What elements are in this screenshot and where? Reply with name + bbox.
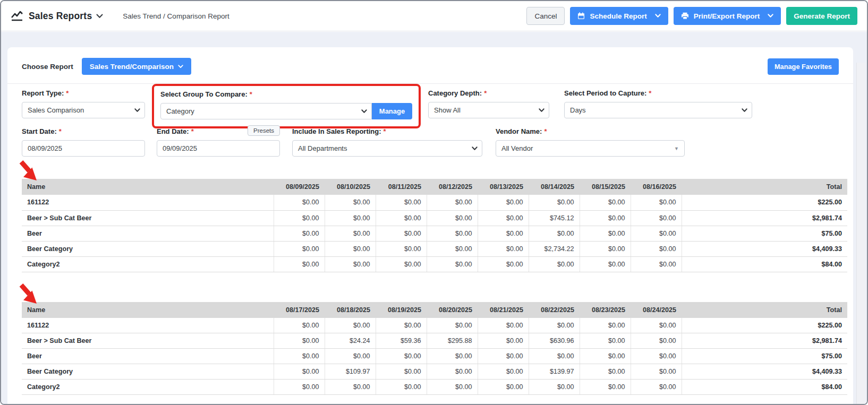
table-row: 161122$0.00$0.00$0.00$0.00$0.00$0.00$0.0…: [22, 318, 847, 333]
value-cell: $0.00: [478, 241, 529, 256]
period-select[interactable]: Days: [564, 102, 752, 118]
chevron-down-icon: [742, 108, 747, 113]
column-header-date: 08/20/2025: [427, 302, 478, 318]
print-export-report-button[interactable]: Print/Export Report: [674, 7, 781, 25]
app-window: Sales Reports Sales Trend / Comparison R…: [0, 0, 868, 405]
group-compare-label: Select Group To Compare:*: [160, 90, 412, 98]
report-picker-button[interactable]: Sales Trend/Comparison: [82, 58, 191, 75]
chevron-down-icon[interactable]: [655, 14, 661, 18]
manage-favorites-button[interactable]: Manage Favorites: [768, 58, 839, 75]
value-cell: $0.00: [580, 333, 631, 349]
value-cell: $0.00: [631, 349, 682, 364]
start-date-input[interactable]: 08/09/2025: [22, 140, 145, 157]
value-cell: $0.00: [274, 318, 325, 333]
value-cell: $0.00: [325, 349, 376, 364]
value-cell: $0.00: [478, 333, 529, 349]
period-label: Select Period to Capture:*: [564, 89, 752, 97]
value-cell: $0.00: [631, 195, 682, 210]
generate-report-button[interactable]: Generate Report: [786, 7, 857, 25]
value-cell: $59.36: [376, 333, 427, 349]
row-name-cell: Beer: [22, 226, 274, 241]
value-cell: $0.00: [478, 380, 529, 395]
value-cell: $0.00: [325, 210, 376, 226]
choose-report-label: Choose Report: [22, 63, 73, 71]
start-date-label: Start Date:*: [22, 127, 145, 135]
total-cell: $225.00: [682, 195, 847, 210]
table-row: Category2$0.00$0.00$0.00$0.00$0.00$0.00$…: [22, 256, 847, 272]
value-cell: $0.00: [274, 210, 325, 226]
total-cell: $4,409.33: [682, 241, 847, 256]
total-cell: $225.00: [682, 318, 847, 333]
table-row: Beer Category$0.00$109.97$0.00$0.00$0.00…: [22, 364, 847, 380]
printer-icon: [681, 12, 689, 20]
presets-button[interactable]: Presets: [248, 125, 280, 136]
column-header-date: 08/10/2025: [325, 179, 376, 195]
page-title: Sales Reports: [29, 11, 92, 22]
value-cell: $0.00: [580, 349, 631, 364]
total-cell: $2,981.74: [682, 333, 847, 349]
total-cell: $2,981.74: [682, 210, 847, 226]
end-date-input[interactable]: 09/09/2025: [157, 140, 280, 157]
row-name-cell: 161122: [22, 318, 274, 333]
report-card: Choose Report Sales Trend/Comparison Man…: [7, 47, 853, 405]
schedule-report-button[interactable]: Schedule Report: [570, 7, 668, 25]
value-cell: $0.00: [325, 318, 376, 333]
value-cell: $0.00: [274, 364, 325, 380]
value-cell: $139.97: [529, 364, 580, 380]
value-cell: $0.00: [427, 256, 478, 272]
value-cell: $0.00: [427, 380, 478, 395]
value-cell: $0.00: [274, 241, 325, 256]
report-tables: Name08/09/202508/10/202508/11/202508/12/…: [15, 179, 845, 395]
vendor-label: Vendor Name:*: [496, 127, 685, 135]
vendor-select[interactable]: All Vendor ▼: [496, 140, 685, 157]
chevron-down-icon: [134, 108, 140, 113]
group-compare-select[interactable]: Category: [160, 103, 372, 119]
total-cell: $4,409.33: [682, 364, 847, 380]
include-sales-label: Include In Sales Reporting:*: [292, 127, 482, 135]
column-header-date: 08/16/2025: [631, 179, 682, 195]
report-type-label: Report Type:*: [22, 89, 145, 97]
chevron-down-icon[interactable]: [96, 14, 103, 19]
value-cell: $0.00: [376, 364, 427, 380]
value-cell: $0.00: [529, 349, 580, 364]
value-cell: $0.00: [478, 210, 529, 226]
manage-button[interactable]: Manage: [372, 103, 412, 119]
table-row: Beer$0.00$0.00$0.00$0.00$0.00$0.00$0.00$…: [22, 226, 847, 241]
cancel-button[interactable]: Cancel: [526, 7, 565, 25]
calendar-icon: [577, 12, 585, 20]
dropdown-triangle-icon: ▼: [674, 146, 679, 151]
value-cell: $745.12: [529, 210, 580, 226]
row-name-cell: 161122: [22, 195, 274, 210]
report-table-2: Name08/17/202508/18/202508/19/202508/20/…: [22, 302, 847, 395]
value-cell: $0.00: [631, 210, 682, 226]
value-cell: $0.00: [325, 226, 376, 241]
group-compare-group: Category Manage: [160, 103, 412, 119]
include-sales-select[interactable]: All Departments: [292, 140, 482, 157]
value-cell: $0.00: [580, 226, 631, 241]
include-sales-field: Include In Sales Reporting:* All Departm…: [292, 127, 482, 157]
value-cell: $0.00: [580, 380, 631, 395]
value-cell: $0.00: [478, 364, 529, 380]
report-type-select[interactable]: Sales Comparison: [22, 102, 145, 118]
table-row: Category2$0.00$0.00$0.00$0.00$0.00$0.00$…: [22, 380, 847, 395]
page-scrollbar[interactable]: [856, 63, 865, 404]
table-row: Beer$0.00$0.00$0.00$0.00$0.00$0.00$0.00$…: [22, 349, 847, 364]
value-cell: $24.24: [325, 333, 376, 349]
table-row: 161122$0.00$0.00$0.00$0.00$0.00$0.00$0.0…: [22, 195, 847, 210]
category-depth-select[interactable]: Show All: [428, 102, 549, 118]
value-cell: $0.00: [580, 241, 631, 256]
value-cell: $2,734.22: [529, 241, 580, 256]
value-cell: $0.00: [529, 226, 580, 241]
breadcrumb-chevron-icon: [110, 13, 115, 20]
value-cell: $295.88: [427, 333, 478, 349]
total-cell: $84.00: [682, 256, 847, 272]
chevron-down-icon[interactable]: [768, 14, 773, 18]
column-header-date: 08/22/2025: [529, 302, 580, 318]
value-cell: $0.00: [274, 226, 325, 241]
category-depth-label: Category Depth:*: [428, 89, 549, 97]
value-cell: $0.00: [478, 256, 529, 272]
value-cell: $0.00: [376, 195, 427, 210]
value-cell: $0.00: [427, 349, 478, 364]
breadcrumb: Sales Trend / Comparison Report: [123, 12, 229, 20]
value-cell: $0.00: [529, 256, 580, 272]
